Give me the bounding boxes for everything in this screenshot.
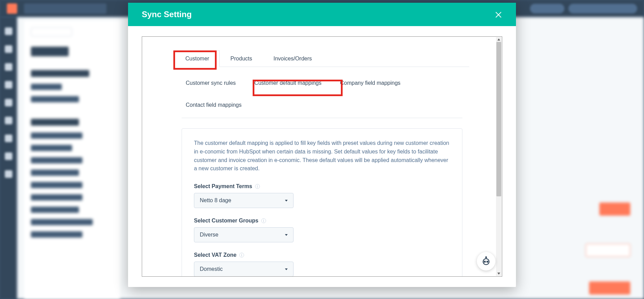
modal-body: Customer Products Invoices/Orders Custom… xyxy=(128,26,516,287)
select-vat-zone[interactable]: Domestic xyxy=(194,262,294,277)
chatbot-icon xyxy=(481,256,491,266)
subtab-contact-mappings[interactable]: Contact field mappings xyxy=(182,99,250,111)
tab-invoices[interactable]: Invoices/Orders xyxy=(263,50,323,67)
form-card: The customer default mapping is applied … xyxy=(182,128,462,277)
info-icon[interactable] xyxy=(255,184,260,189)
subtab-sync-rules[interactable]: Customer sync rules xyxy=(182,77,240,89)
sub-tabs: Customer sync rules Customer default map… xyxy=(175,74,469,114)
vertical-scrollbar[interactable] xyxy=(496,37,502,276)
chevron-down-icon xyxy=(285,268,288,270)
info-icon[interactable] xyxy=(261,218,266,223)
tab-customer[interactable]: Customer xyxy=(175,50,220,67)
scroll-up-icon[interactable] xyxy=(497,38,500,41)
subtab-default-mappings[interactable]: Customer default mappings xyxy=(250,77,326,89)
modal-header: Sync Setting xyxy=(128,3,516,26)
tab-products[interactable]: Products xyxy=(220,50,263,67)
select-customer-groups[interactable]: Diverse xyxy=(194,227,294,242)
main-tabs: Customer Products Invoices/Orders xyxy=(175,50,469,67)
svg-point-4 xyxy=(486,257,487,258)
modal-title: Sync Setting xyxy=(142,10,192,19)
chat-fab[interactable] xyxy=(477,252,495,271)
helper-text: The customer default mapping is applied … xyxy=(194,139,450,173)
sidebar-blurred xyxy=(24,21,120,299)
bg-button-3 xyxy=(589,281,630,295)
bg-button-1 xyxy=(599,203,630,216)
label-payment-terms: Select Payment Terms xyxy=(194,183,450,189)
scroll-down-icon[interactable] xyxy=(497,273,500,275)
divider xyxy=(182,118,462,118)
bg-button-2 xyxy=(586,244,630,257)
info-icon[interactable] xyxy=(239,253,244,257)
label-vat-zone: Select VAT Zone xyxy=(194,252,450,258)
sync-setting-modal: Sync Setting Customer Products Invoices/… xyxy=(128,3,516,287)
field-payment-terms: Select Payment Terms Netto 8 dage xyxy=(194,183,450,208)
field-customer-groups: Select Customer Groups Diverse xyxy=(194,218,450,242)
svg-point-2 xyxy=(487,261,488,262)
field-vat-zone: Select VAT Zone Domestic xyxy=(194,252,450,277)
leftrail-blurred xyxy=(0,17,17,299)
close-icon[interactable] xyxy=(495,11,502,18)
chevron-down-icon xyxy=(285,200,288,202)
label-customer-groups: Select Customer Groups xyxy=(194,218,450,224)
scrollbar-thumb[interactable] xyxy=(496,42,501,196)
select-payment-terms[interactable]: Netto 8 dage xyxy=(194,193,294,208)
content-frame: Customer Products Invoices/Orders Custom… xyxy=(142,36,502,277)
svg-point-1 xyxy=(484,261,485,262)
subtab-company-mappings[interactable]: Company field mappings xyxy=(336,77,404,89)
chevron-down-icon xyxy=(285,234,288,236)
